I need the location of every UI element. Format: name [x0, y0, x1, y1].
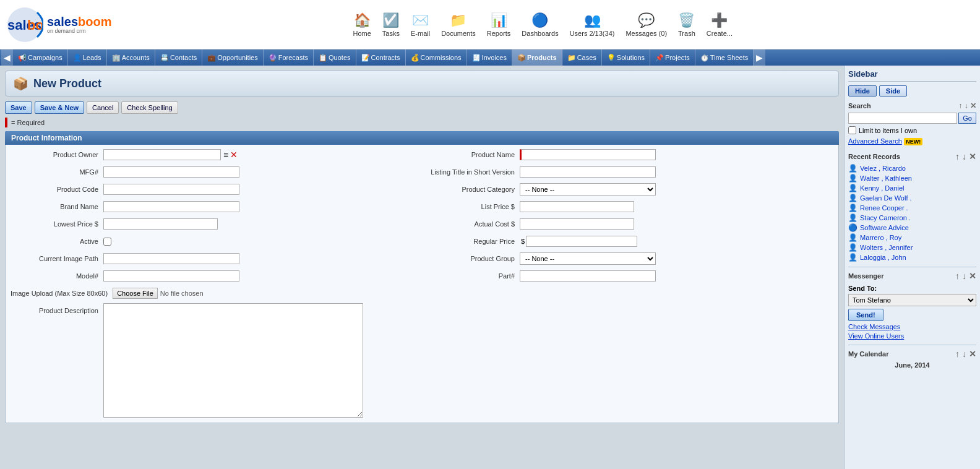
owner-list-icon[interactable]: ≡: [223, 150, 228, 160]
send-message-button[interactable]: Send!: [848, 309, 883, 321]
nav-reports[interactable]: 📊 Reports: [487, 12, 511, 37]
timesheets-icon: ⏱️: [700, 54, 709, 62]
nav-products[interactable]: 📦 Products: [512, 49, 562, 66]
messenger-close-icon[interactable]: ✕: [969, 271, 976, 281]
nav-contracts[interactable]: 📝 Contracts: [356, 49, 406, 66]
pin-icon[interactable]: ↑: [955, 152, 960, 161]
messenger-controls: ↑ ↓ ✕: [955, 271, 976, 281]
send-to-select[interactable]: Tom Stefano: [848, 294, 976, 306]
nav-solutions[interactable]: 💡 Solutions: [602, 49, 650, 66]
choose-file-button[interactable]: Choose File: [113, 288, 158, 299]
sidebar-go-button[interactable]: Go: [958, 113, 976, 124]
home-icon: 🏠: [354, 12, 371, 28]
nav-right-arrow[interactable]: ▶: [754, 49, 765, 66]
messenger-expand-icon[interactable]: ↓: [962, 271, 966, 281]
recent-record-4[interactable]: 👤 Renee Cooper .: [848, 204, 976, 212]
mfg-input[interactable]: [103, 166, 239, 178]
sidebar-search-input[interactable]: [848, 113, 957, 124]
nav-left-arrow[interactable]: ◀: [1, 49, 13, 66]
model-input[interactable]: [103, 270, 239, 282]
nav-timesheets[interactable]: ⏱️ Time Sheets: [695, 49, 754, 66]
recent-record-5[interactable]: 👤 Stacy Cameron .: [848, 213, 976, 222]
product-owner-input[interactable]: [103, 149, 221, 160]
cancel-button[interactable]: Cancel: [87, 101, 119, 114]
product-description-textarea[interactable]: [103, 303, 363, 418]
sidebar-hide-button[interactable]: Hide: [848, 85, 877, 97]
product-code-input[interactable]: [103, 184, 239, 195]
product-category-select[interactable]: -- None --: [520, 183, 656, 196]
recent-record-7[interactable]: 👤 Marrero , Roy: [848, 233, 976, 242]
nav-tasks[interactable]: ☑️ Tasks: [382, 12, 400, 37]
campaigns-icon: 📢: [18, 54, 27, 62]
nav-opportunities[interactable]: 💼 Opportunities: [202, 49, 263, 66]
actual-cost-input[interactable]: [520, 218, 634, 230]
product-info-section: Product Information Product Owner ≡ ✕: [5, 131, 839, 423]
nav-trash[interactable]: 🗑️ Trash: [678, 12, 695, 37]
quotes-icon: 📋: [319, 54, 327, 62]
expand-icon[interactable]: ↓: [962, 152, 966, 161]
sidebar-controls: Hide Side: [848, 85, 976, 97]
save-button[interactable]: Save: [5, 101, 32, 114]
recent-record-8[interactable]: 👤 Wolters , Jennifer: [848, 243, 976, 252]
mfg-row: MFG#: [11, 165, 417, 179]
image-path-input[interactable]: [103, 253, 239, 264]
active-checkbox[interactable]: [103, 238, 111, 246]
recent-record-3[interactable]: 👤 Gaelan De Wolf .: [848, 194, 976, 202]
projects-icon: 📌: [655, 54, 664, 62]
nav-messages[interactable]: 💬 Messages (0): [625, 12, 667, 37]
nav-projects[interactable]: 📌 Projects: [650, 49, 695, 66]
brand-name-input[interactable]: [103, 201, 239, 212]
nav-dashboards[interactable]: 🔵 Dashboards: [522, 12, 558, 37]
nav-forecasts[interactable]: 🔮 Forecasts: [264, 49, 314, 66]
calendar-close-icon[interactable]: ✕: [969, 349, 976, 359]
nav-campaigns[interactable]: 📢 Campaigns: [13, 49, 68, 66]
recent-record-0[interactable]: 👤 Velez , Ricardo: [848, 164, 976, 173]
recent-record-6[interactable]: 🔵 Software Advice: [848, 223, 976, 232]
page-title-bar: 📦 New Product: [5, 71, 839, 97]
part-input[interactable]: [520, 270, 656, 282]
nav-email[interactable]: ✉️ E-mail: [411, 12, 430, 37]
messenger-pin-icon[interactable]: ↑: [955, 271, 960, 281]
nav-documents[interactable]: 📁 Documents: [441, 12, 476, 37]
calendar-expand-icon[interactable]: ↓: [962, 349, 966, 359]
invoices-icon: 🧾: [472, 54, 481, 62]
recent-record-9[interactable]: 👤 Laloggia , John: [848, 253, 976, 262]
save-new-button[interactable]: Save & New: [35, 101, 84, 114]
product-name-input[interactable]: [520, 149, 656, 160]
image-upload-label: Image Upload (Max Size 80x60): [11, 290, 113, 297]
recent-record-1[interactable]: 👤 Walter , Kathleen: [848, 174, 976, 183]
record-icon-5: 👤: [848, 213, 858, 222]
nav-cases[interactable]: 📁 Cases: [562, 49, 602, 66]
nav-invoices[interactable]: 🧾 Invoices: [467, 49, 512, 66]
view-online-link[interactable]: View Online Users: [848, 332, 976, 340]
record-icon-0: 👤: [848, 164, 858, 173]
recent-record-2[interactable]: 👤 Kenny , Daniel: [848, 184, 976, 192]
nav-leads[interactable]: 👤 Leads: [68, 49, 107, 66]
list-price-input[interactable]: [520, 201, 634, 212]
regular-price-input[interactable]: [526, 236, 637, 247]
lowest-price-input[interactable]: [103, 218, 218, 230]
listing-title-input[interactable]: [520, 166, 656, 178]
nav-home[interactable]: 🏠 Home: [353, 12, 371, 37]
nav-contacts[interactable]: 📇 Contacts: [155, 49, 202, 66]
owner-clear-icon[interactable]: ✕: [230, 150, 238, 160]
limit-checkbox[interactable]: [848, 126, 856, 134]
check-spelling-button[interactable]: Check Spelling: [121, 101, 178, 114]
check-messages-link[interactable]: Check Messages: [848, 323, 976, 330]
nav-create[interactable]: ➕ Create...: [707, 12, 733, 37]
advanced-search-link[interactable]: Advanced Search: [848, 137, 902, 145]
section-header: Product Information: [5, 131, 839, 145]
sidebar-side-button[interactable]: Side: [879, 85, 907, 97]
product-code-label: Product Code: [11, 186, 103, 193]
nav-accounts[interactable]: 🏢 Accounts: [107, 49, 155, 66]
product-group-select[interactable]: -- None --: [520, 252, 656, 265]
nav-users[interactable]: 👥 Users 2/13(34): [570, 12, 615, 37]
accounts-icon: 🏢: [112, 54, 121, 62]
close-icon[interactable]: ✕: [969, 152, 976, 161]
recent-records-controls: ↑ ↓ ✕: [955, 152, 976, 161]
page-title: New Product: [33, 77, 101, 90]
calendar-pin-icon[interactable]: ↑: [955, 349, 960, 359]
nav-commissions[interactable]: 💰 Commissions: [406, 49, 467, 66]
brand-name-row: Brand Name: [11, 199, 417, 214]
nav-quotes[interactable]: 📋 Quotes: [314, 49, 356, 66]
